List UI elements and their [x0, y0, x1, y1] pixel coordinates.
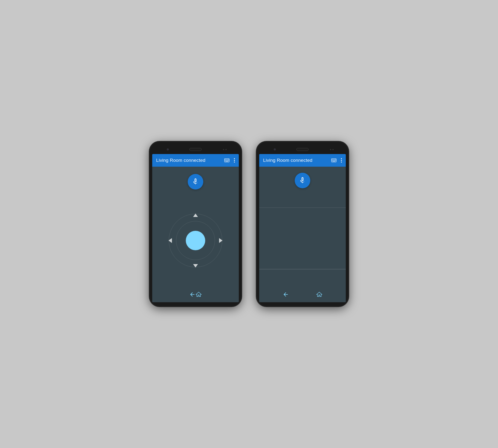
svg-rect-26: [335, 160, 336, 160]
phone-top-hardware: [152, 146, 239, 153]
screen-content-left: [152, 167, 239, 302]
home-icon: [195, 291, 202, 298]
screen-section-top: [259, 167, 346, 208]
menu-dot: [341, 161, 342, 162]
phone-top-hardware-right: [259, 146, 346, 153]
keyboard-icon-btn[interactable]: [224, 159, 230, 162]
svg-rect-2: [226, 159, 226, 160]
app-bar-title-right: Living Room connected: [263, 158, 331, 163]
svg-rect-23: [333, 160, 333, 160]
back-button-left[interactable]: [189, 291, 195, 298]
more-options-button-right[interactable]: [341, 158, 342, 162]
phone-right: Living Room connected: [256, 141, 349, 307]
svg-rect-22: [332, 160, 332, 160]
mic-button-right[interactable]: [295, 173, 310, 188]
camera-dot: [167, 148, 169, 150]
microphone-icon-right: [299, 177, 306, 184]
app-bar-actions: [224, 158, 235, 162]
phone-left: Living Room connected: [149, 141, 242, 307]
svg-marker-12: [193, 214, 198, 217]
svg-rect-27: [332, 161, 335, 161]
dpad-right-button[interactable]: [217, 237, 224, 244]
indicator-dots: [223, 149, 227, 150]
svg-rect-7: [226, 160, 226, 160]
dpad-area: [169, 194, 222, 287]
svg-rect-3: [227, 159, 227, 160]
keyboard-icon: [224, 159, 230, 162]
svg-rect-9: [228, 160, 228, 160]
svg-rect-11: [225, 161, 228, 161]
svg-rect-18: [333, 159, 333, 160]
home-button-left[interactable]: [195, 291, 202, 298]
camera-dot-right: [274, 148, 276, 150]
indicator-dot-right: [332, 149, 334, 150]
menu-dot: [234, 161, 235, 162]
svg-rect-17: [332, 159, 332, 160]
bottom-nav-right: [259, 287, 346, 302]
svg-rect-19: [334, 159, 334, 160]
speaker-grille-right: [296, 148, 309, 151]
dpad-left-button[interactable]: [167, 237, 174, 244]
dpad-up-button[interactable]: [192, 212, 199, 219]
svg-rect-5: [228, 159, 229, 160]
svg-marker-14: [169, 238, 172, 243]
svg-rect-24: [334, 160, 334, 160]
app-bar-left: Living Room connected: [152, 154, 239, 167]
screen-right: Living Room connected: [259, 154, 346, 302]
app-bar-title-left: Living Room connected: [156, 158, 224, 163]
dpad-center-button[interactable]: [186, 231, 205, 250]
app-bar-actions-right: [331, 158, 342, 162]
svg-rect-4: [228, 159, 228, 160]
indicator-dots-right: [330, 149, 334, 150]
phones-container: Living Room connected: [149, 141, 349, 307]
keyboard-icon-btn-right[interactable]: [331, 159, 337, 162]
screen-left: Living Room connected: [152, 154, 239, 302]
split-screen-right: [259, 167, 346, 302]
back-icon: [189, 291, 195, 298]
back-icon-right: [283, 291, 289, 298]
svg-rect-8: [227, 160, 227, 160]
microphone-icon: [192, 178, 199, 185]
home-button-right[interactable]: [316, 291, 323, 298]
mic-area-left: [152, 167, 239, 194]
back-button-right[interactable]: [283, 291, 289, 298]
home-icon-right: [316, 291, 323, 298]
indicator-dot: [223, 149, 224, 150]
svg-rect-6: [225, 160, 225, 160]
svg-marker-15: [219, 238, 223, 243]
more-options-button[interactable]: [234, 158, 235, 162]
bottom-nav-left: [179, 287, 212, 302]
app-bar-right: Living Room connected: [259, 154, 346, 167]
menu-dot: [234, 158, 235, 159]
screen-section-middle: [259, 208, 346, 269]
dpad-down-button[interactable]: [192, 262, 199, 270]
dpad-outer-ring: [169, 214, 222, 267]
svg-rect-1: [225, 159, 225, 160]
svg-rect-20: [335, 159, 335, 160]
mic-area-right: [259, 167, 346, 188]
svg-rect-25: [335, 160, 335, 160]
menu-dot: [341, 158, 342, 159]
svg-rect-10: [228, 160, 229, 160]
screen-section-bottom: [259, 269, 346, 302]
mic-button-left[interactable]: [188, 174, 203, 190]
dpad-inner-ring: [176, 221, 215, 260]
menu-dot: [234, 160, 235, 161]
keyboard-icon-right: [331, 159, 337, 162]
svg-marker-13: [193, 264, 198, 268]
menu-dot: [341, 160, 342, 161]
indicator-dot: [225, 149, 227, 150]
svg-rect-21: [335, 159, 336, 160]
speaker-grille: [189, 148, 202, 151]
indicator-dot-right: [330, 149, 331, 150]
